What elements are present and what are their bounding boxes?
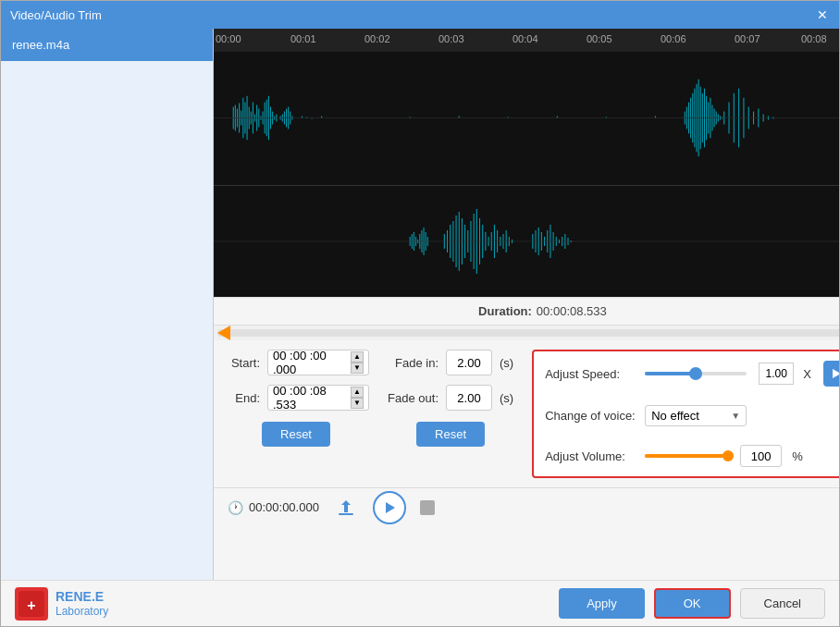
start-end-reset-button[interactable]: Reset [262, 422, 330, 447]
end-time-input[interactable]: 00 :00 :08 .533 ▲ ▼ [267, 385, 369, 411]
logo-text: RENE.E Laboratory [56, 589, 108, 618]
voice-select-value: No effect [651, 409, 699, 423]
timeline-mark-8: 00:08 [801, 33, 827, 44]
volume-slider-thumb[interactable] [723, 450, 734, 461]
playback-bar: 🕐 00:00:00.000 [214, 487, 839, 526]
export-button[interactable] [333, 495, 359, 521]
logo-name: RENE.E [56, 589, 108, 605]
controls-section: Start: 00 :00 :00 .000 ▲ ▼ End: 00 :0 [214, 340, 839, 487]
editor-panel: 00:00 00:01 00:02 00:03 00:04 00:05 00:0… [214, 29, 839, 580]
volume-slider[interactable] [645, 454, 728, 458]
timeline-mark-0: 00:00 [216, 33, 241, 44]
title-bar: Video/Audio Trim ✕ [1, 1, 839, 29]
ok-button[interactable]: OK [654, 588, 731, 619]
start-time-value: 00 :00 :00 .000 [273, 349, 351, 376]
start-control-row: Start: 00 :00 :00 .000 ▲ ▼ [223, 350, 369, 375]
speed-slider-thumb[interactable] [689, 367, 702, 380]
volume-slider-fill [645, 454, 728, 458]
timeline-marks: 00:00 00:01 00:02 00:03 00:04 00:05 00:0… [214, 29, 839, 52]
time-display: 🕐 00:00:00.000 [228, 500, 319, 515]
timeline-mark-6: 00:06 [661, 33, 686, 44]
logo-sub: Laboratory [56, 605, 108, 618]
sidebar: renee.m4a [1, 29, 214, 580]
start-spinner-down[interactable]: ▼ [351, 363, 364, 374]
waveform-lower [214, 186, 839, 297]
window-title: Video/Audio Trim [10, 8, 102, 22]
adjust-panel: Adjust Speed: X Change of voice: [532, 350, 839, 478]
speed-unit: X [803, 367, 811, 381]
fade-in-label: Fade in: [388, 356, 439, 370]
voice-row: Change of voice: No effect ▼ [545, 405, 839, 426]
speed-preview-button[interactable] [823, 361, 839, 387]
fade-out-row: Fade out: (s) [388, 385, 513, 411]
fade-controls: Fade in: (s) Fade out: (s) Reset [388, 350, 513, 447]
end-label: End: [223, 391, 260, 405]
scrubber-track[interactable] [217, 329, 839, 337]
start-time-input[interactable]: 00 :00 :00 .000 ▲ ▼ [267, 350, 369, 375]
fade-out-unit: (s) [500, 391, 513, 405]
svg-marker-238 [386, 502, 395, 513]
speed-label: Adjust Speed: [545, 367, 637, 381]
timeline-mark-1: 00:01 [290, 33, 316, 44]
timeline: 00:00 00:01 00:02 00:03 00:04 00:05 00:0… [214, 29, 839, 52]
fade-out-input[interactable] [446, 385, 492, 411]
main-content: renee.m4a 00:00 00:01 00:02 00:03 00:04 … [1, 29, 839, 580]
end-control-row: End: 00 :00 :08 .533 ▲ ▼ [223, 385, 369, 411]
scrubber-left-handle[interactable] [217, 326, 230, 340]
voice-select-arrow: ▼ [731, 411, 740, 421]
cancel-button[interactable]: Cancel [740, 588, 825, 619]
waveform-svg-upper [214, 52, 839, 185]
duration-bar: Duration: 00:00:08.533 [214, 297, 839, 325]
voice-select[interactable]: No effect ▼ [645, 405, 747, 426]
timeline-mark-7: 00:07 [735, 33, 760, 44]
volume-label: Adjust Volume: [545, 449, 637, 463]
fade-in-input[interactable] [446, 350, 492, 375]
timeline-mark-2: 00:02 [364, 33, 390, 44]
main-window: Video/Audio Trim ✕ renee.m4a 00:00 00:01… [0, 0, 840, 627]
end-spinner-down[interactable]: ▼ [351, 398, 364, 409]
current-time: 00:00:00.000 [249, 500, 319, 514]
svg-marker-236 [833, 369, 839, 378]
fade-out-label: Fade out: [388, 391, 439, 405]
fade-in-unit: (s) [500, 356, 513, 370]
duration-value: 00:00:08.533 [537, 304, 607, 318]
clock-icon: 🕐 [228, 500, 243, 515]
timeline-mark-4: 00:04 [513, 33, 538, 44]
stop-button[interactable] [420, 500, 435, 515]
end-time-value: 00 :00 :08 .533 [273, 384, 351, 412]
footer-bar: + RENE.E Laboratory Apply OK Cancel [1, 580, 839, 626]
timeline-mark-3: 00:03 [439, 33, 464, 44]
volume-unit: % [792, 449, 803, 463]
svg-rect-0 [214, 52, 839, 185]
svg-rect-237 [339, 513, 353, 515]
timeline-mark-5: 00:05 [587, 33, 612, 44]
play-button[interactable] [373, 491, 406, 524]
logo-icon: + [15, 587, 48, 621]
duration-label: Duration: [478, 304, 532, 318]
svg-text:+: + [27, 597, 35, 613]
end-spinner-up[interactable]: ▲ [351, 387, 364, 398]
volume-input[interactable] [740, 445, 782, 467]
apply-button[interactable]: Apply [559, 588, 645, 619]
start-spinner-up[interactable]: ▲ [351, 351, 364, 363]
speed-value-input[interactable] [759, 363, 794, 385]
start-label: Start: [223, 356, 260, 370]
waveform-svg-lower [214, 186, 839, 297]
sidebar-item-file[interactable]: renee.m4a [1, 29, 213, 61]
footer-buttons: Apply OK Cancel [559, 588, 825, 619]
speed-row: Adjust Speed: X [545, 361, 839, 387]
scrubber-bar[interactable] [214, 325, 839, 340]
end-spinner[interactable]: ▲ ▼ [351, 387, 364, 409]
start-spinner[interactable]: ▲ ▼ [351, 351, 364, 374]
speed-slider-fill [645, 372, 696, 375]
fade-in-row: Fade in: (s) [388, 350, 513, 375]
speed-slider[interactable] [645, 372, 747, 375]
logo-area: + RENE.E Laboratory [15, 587, 108, 621]
time-controls: Start: 00 :00 :00 .000 ▲ ▼ End: 00 :0 [223, 350, 369, 447]
waveform-upper [214, 52, 839, 186]
fade-reset-button[interactable]: Reset [416, 422, 485, 447]
close-button[interactable]: ✕ [815, 7, 830, 22]
volume-row: Adjust Volume: % [545, 445, 839, 467]
voice-label: Change of voice: [545, 409, 637, 423]
